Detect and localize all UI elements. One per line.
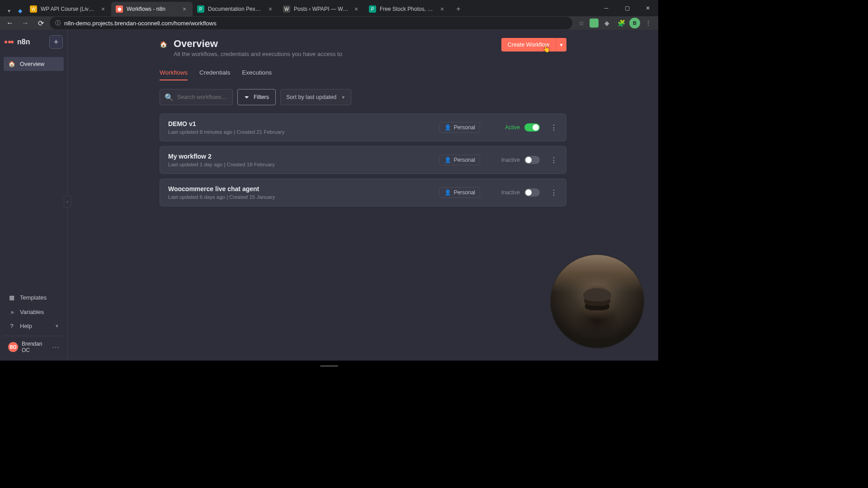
card-menu-icon[interactable]: ⋮: [550, 188, 558, 197]
filters-button[interactable]: ⏷ Filters: [237, 89, 276, 105]
add-button[interactable]: +: [49, 35, 63, 49]
tab-title: WP API Course (Live): n8n DEM: [41, 6, 96, 12]
profile-avatar[interactable]: B: [629, 18, 640, 28]
sidebar-item-overview[interactable]: 🏠Overview: [4, 57, 64, 71]
extensions-puzzle-icon[interactable]: 🧩: [615, 17, 627, 29]
dropdown-icon[interactable]: ▾: [5, 7, 13, 14]
brand[interactable]: n8n: [5, 38, 30, 46]
active-toggle[interactable]: [524, 156, 540, 164]
workflow-name: DEMO v1: [168, 120, 439, 127]
tab-close-icon[interactable]: ×: [181, 5, 188, 13]
url-text: n8n-demo.projects.brendan-oconnell.com/h…: [64, 20, 217, 27]
extension-icon-2[interactable]: ◆: [600, 17, 613, 29]
tab-close-icon[interactable]: ×: [99, 5, 107, 13]
variables-icon: 𝔁: [8, 308, 15, 315]
card-menu-icon[interactable]: ⋮: [550, 123, 558, 132]
new-tab-button[interactable]: +: [452, 3, 465, 15]
user-menu-icon[interactable]: ⋯: [52, 343, 59, 352]
user-icon: 👤: [444, 157, 451, 163]
brand-logo-icon: [5, 41, 14, 43]
sidebar-item-variables[interactable]: 𝔁Variables: [4, 305, 64, 319]
site-info-icon[interactable]: ⓘ: [55, 19, 61, 27]
workflow-name: My workflow 2: [168, 153, 439, 160]
taskbar: [0, 361, 658, 369]
back-button[interactable]: ←: [4, 17, 16, 29]
tab-bar: ▾ ◆ WWP API Course (Live): n8n DEM×⬢Work…: [0, 0, 658, 16]
home-icon: 🏠: [8, 61, 15, 67]
search-input[interactable]: 🔍: [160, 89, 233, 105]
workflow-card[interactable]: My workflow 2 Last updated 1 day ago | C…: [160, 146, 566, 174]
status-label: Active: [505, 124, 520, 131]
sidebar-item-templates[interactable]: ▦Templates: [4, 291, 64, 305]
page-title: Overview: [174, 38, 495, 50]
workflow-meta: Last updated 1 day ago | Created 19 Febr…: [168, 162, 439, 167]
user-row[interactable]: BOBrendan OC⋯: [4, 336, 64, 358]
tab-favicon-icon: P: [197, 5, 204, 13]
sidebar-item-label: Templates: [20, 294, 47, 301]
home-icon[interactable]: 🏠: [160, 41, 167, 48]
tab-title: Workflows - n8n: [127, 6, 177, 12]
close-window-button[interactable]: ✕: [637, 1, 658, 15]
owner-chip[interactable]: 👤Personal: [439, 187, 480, 198]
page-header: 🏠 Overview All the workflows, credential…: [160, 38, 566, 64]
user-icon: 👤: [444, 124, 451, 131]
tab-credentials[interactable]: Credentials: [199, 66, 230, 80]
tab-close-icon[interactable]: ×: [439, 5, 446, 13]
tab-close-icon[interactable]: ×: [353, 5, 360, 13]
tab-favicon-icon: ⬢: [116, 5, 123, 13]
browser-chrome: ▾ ◆ WWP API Course (Live): n8n DEM×⬢Work…: [0, 0, 658, 30]
tab-workflows[interactable]: Workflows: [160, 66, 188, 80]
chevron-down-icon: ▼: [55, 324, 59, 328]
browser-menu-icon[interactable]: ⋮: [642, 17, 655, 29]
tab-favicon-icon: W: [30, 5, 37, 13]
owner-label: Personal: [454, 157, 475, 163]
user-name: Brendan OC: [22, 341, 48, 353]
sidebar-item-label: Help: [20, 323, 32, 329]
browser-tab[interactable]: PFree Stock Photos, Royalty Free×: [364, 2, 450, 16]
extension-icon[interactable]: [590, 19, 599, 28]
owner-chip[interactable]: 👤Personal: [439, 155, 480, 165]
user-icon: 👤: [444, 189, 451, 196]
active-toggle[interactable]: [524, 188, 540, 197]
tab-title: Documentation Pexels API: [208, 6, 263, 12]
sidebar-item-label: Overview: [20, 61, 44, 67]
tab-close-icon[interactable]: ×: [267, 5, 274, 13]
brand-text: n8n: [17, 38, 30, 46]
workflow-meta: Last updated 6 days ago | Created 15 Jan…: [168, 194, 439, 200]
owner-label: Personal: [454, 189, 475, 196]
search-icon: 🔍: [165, 93, 174, 102]
tab-favicon-icon: W: [283, 5, 290, 13]
owner-chip[interactable]: 👤Personal: [439, 122, 480, 133]
bookmark-icon[interactable]: ☆: [575, 17, 588, 29]
tab-executions[interactable]: Executions: [242, 66, 272, 80]
create-workflow-dropdown[interactable]: ▼: [556, 38, 566, 52]
url-field[interactable]: ⓘ n8n-demo.projects.brendan-oconnell.com…: [50, 17, 572, 29]
templates-icon: ▦: [8, 294, 15, 301]
browser-tab[interactable]: PDocumentation Pexels API×: [193, 2, 278, 16]
browser-tab[interactable]: WWP API Course (Live): n8n DEM×: [25, 2, 111, 16]
browser-tab[interactable]: WPosts ‹ WPAPI — WordPress×: [278, 2, 364, 16]
search-field[interactable]: [177, 94, 228, 100]
user-avatar: BO: [8, 342, 18, 352]
content-tabs: WorkflowsCredentialsExecutions: [160, 64, 566, 81]
sidebar-item-help[interactable]: ?Help▼: [4, 319, 64, 333]
minimize-button[interactable]: ─: [596, 1, 617, 15]
sort-button[interactable]: Sort by last updated ▼: [280, 89, 351, 105]
filter-icon: ⏷: [244, 94, 250, 100]
forward-button[interactable]: →: [19, 17, 32, 29]
active-toggle[interactable]: [524, 123, 540, 131]
address-bar: ← → ⟳ ⓘ n8n-demo.projects.brendan-oconne…: [0, 16, 658, 30]
maximize-button[interactable]: ▢: [617, 1, 637, 15]
create-workflow-button[interactable]: Create Workflow: [501, 38, 556, 52]
workflow-card[interactable]: DEMO v1 Last updated 8 minutes ago | Cre…: [160, 113, 566, 141]
diamond-icon[interactable]: ◆: [16, 7, 24, 14]
tab-title: Free Stock Photos, Royalty Free: [380, 6, 435, 12]
browser-tab[interactable]: ⬢Workflows - n8n×: [111, 2, 193, 16]
workflow-list: DEMO v1 Last updated 8 minutes ago | Cre…: [160, 113, 566, 206]
reload-button[interactable]: ⟳: [34, 17, 47, 29]
card-menu-icon[interactable]: ⋮: [550, 156, 558, 164]
sidebar-collapse-handle[interactable]: ‹: [64, 195, 71, 208]
status-label: Inactive: [501, 157, 520, 163]
workflow-card[interactable]: Woocommerce live chat agent Last updated…: [160, 178, 566, 206]
owner-label: Personal: [454, 124, 475, 131]
